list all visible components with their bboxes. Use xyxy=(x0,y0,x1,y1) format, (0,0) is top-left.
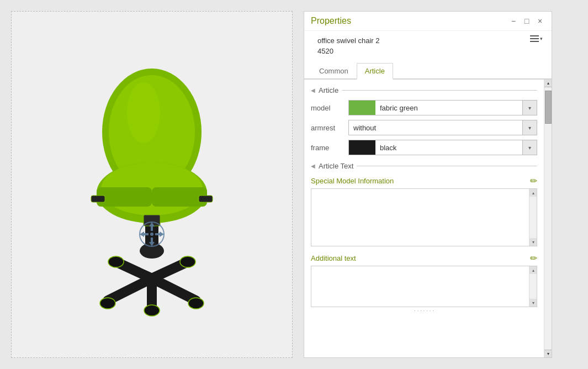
article-text-triangle-icon: ◀ xyxy=(311,163,315,169)
svg-point-18 xyxy=(188,298,204,309)
armrest-property-row: armrest without ▾ xyxy=(311,120,537,135)
bottom-scroll-indicator: · · · · · · · xyxy=(311,307,537,314)
properties-panel: Properties − □ × office swivel chair 2 4… xyxy=(304,11,552,358)
special-model-scrollbar: ▴ ▾ xyxy=(529,189,537,246)
article-section-header: ◀ Article xyxy=(311,86,537,94)
object-info: office swivel chair 2 4520 xyxy=(311,34,386,60)
panel-scroll-up[interactable]: ▴ xyxy=(544,80,552,87)
armrest-value: without xyxy=(349,122,522,134)
svg-rect-7 xyxy=(91,196,105,202)
model-value: fabric green xyxy=(375,102,522,114)
tab-common[interactable]: Common xyxy=(311,63,357,80)
scroll-dots: · · · · · · · xyxy=(414,308,434,314)
svg-rect-30 xyxy=(144,233,149,235)
minimize-button[interactable]: − xyxy=(508,16,518,26)
additional-text-scrollbar: ▴ ▾ xyxy=(529,266,537,307)
svg-point-20 xyxy=(108,256,124,267)
model-label: model xyxy=(311,104,344,112)
menu-arrow-icon: ▾ xyxy=(540,36,543,41)
chair-illustration xyxy=(63,46,240,323)
object-name: office swivel chair 2 xyxy=(311,34,386,46)
additional-text-edit-icon[interactable]: ✏ xyxy=(530,253,537,263)
object-id: 4520 xyxy=(311,46,386,60)
hamburger-line-2 xyxy=(530,38,539,39)
special-model-header: Special Model Information ✏ xyxy=(311,176,537,186)
svg-point-33 xyxy=(150,233,153,236)
frame-value: black xyxy=(375,141,522,154)
frame-select-wrapper[interactable]: black ▾ xyxy=(348,140,537,155)
model-color-swatch xyxy=(349,101,375,115)
model-select-wrapper[interactable]: fabric green ▾ xyxy=(348,100,537,115)
additional-text-textarea[interactable] xyxy=(311,266,537,305)
hamburger-icon xyxy=(530,35,539,42)
article-section-title: Article xyxy=(319,86,338,94)
article-text-section-header: ◀ Article Text xyxy=(311,162,537,170)
frame-property-row: frame black ▾ xyxy=(311,140,537,155)
svg-line-12 xyxy=(108,278,152,301)
chair-container xyxy=(47,41,257,328)
armrest-select-wrapper[interactable]: without ▾ xyxy=(348,120,537,135)
svg-rect-32 xyxy=(155,233,160,235)
special-model-textarea[interactable] xyxy=(311,189,537,244)
svg-rect-8 xyxy=(199,196,213,202)
armrest-select-arrow[interactable]: ▾ xyxy=(522,120,537,135)
tabs-container: Common Article xyxy=(304,62,552,80)
hamburger-line-3 xyxy=(530,41,539,42)
special-model-scroll-down[interactable]: ▾ xyxy=(529,238,537,246)
frame-label: frame xyxy=(311,144,344,152)
additional-text-scroll-down[interactable]: ▾ xyxy=(529,299,537,307)
svg-point-17 xyxy=(100,298,115,309)
menu-button[interactable]: ▾ xyxy=(528,34,545,43)
special-model-label: Special Model Information xyxy=(311,177,394,185)
additional-text-field: Additional text ✏ ▴ ▾ xyxy=(311,253,537,307)
article-text-title: Article Text xyxy=(319,162,353,170)
section-triangle-icon: ◀ xyxy=(311,87,315,93)
article-text-section: ◀ Article Text Special Model Information… xyxy=(311,162,537,307)
close-button[interactable]: × xyxy=(535,16,545,26)
special-model-edit-icon[interactable]: ✏ xyxy=(530,176,537,186)
special-model-scroll-up[interactable]: ▴ xyxy=(529,189,537,197)
model-select-arrow[interactable]: ▾ xyxy=(522,101,537,115)
panel-scroll-down[interactable]: ▾ xyxy=(544,350,552,357)
additional-text-header: Additional text ✏ xyxy=(311,253,537,263)
hamburger-line-1 xyxy=(530,35,539,36)
panel-title: Properties xyxy=(311,16,351,26)
svg-line-13 xyxy=(152,278,196,301)
main-container: Properties − □ × office swivel chair 2 4… xyxy=(0,0,588,369)
svg-point-2 xyxy=(127,82,160,143)
special-model-info-field: Special Model Information ✏ ▴ ▾ xyxy=(311,176,537,246)
tab-article[interactable]: Article xyxy=(357,63,393,80)
panel-scrollbar: ▴ ▾ xyxy=(544,80,552,357)
additional-text-scroll-up[interactable]: ▴ xyxy=(529,266,537,274)
armrest-label: armrest xyxy=(311,124,344,132)
tab-content: ◀ Article model fabric green ▾ armrest xyxy=(304,80,552,357)
panel-titlebar: Properties − □ × xyxy=(304,12,552,31)
panel-controls: − □ × xyxy=(508,16,545,26)
canvas-area xyxy=(11,11,293,358)
model-property-row: model fabric green ▾ xyxy=(311,100,537,115)
svg-point-19 xyxy=(144,305,160,316)
additional-text-label: Additional text xyxy=(311,254,356,262)
svg-rect-25 xyxy=(151,226,153,231)
frame-select-arrow[interactable]: ▾ xyxy=(522,140,537,155)
svg-rect-28 xyxy=(151,238,153,242)
panel-scroll-thumb[interactable] xyxy=(545,91,552,124)
svg-point-21 xyxy=(180,256,195,267)
article-tab-panel: ◀ Article model fabric green ▾ armrest xyxy=(304,80,544,357)
frame-color-swatch xyxy=(349,140,375,155)
restore-button[interactable]: □ xyxy=(522,16,532,26)
